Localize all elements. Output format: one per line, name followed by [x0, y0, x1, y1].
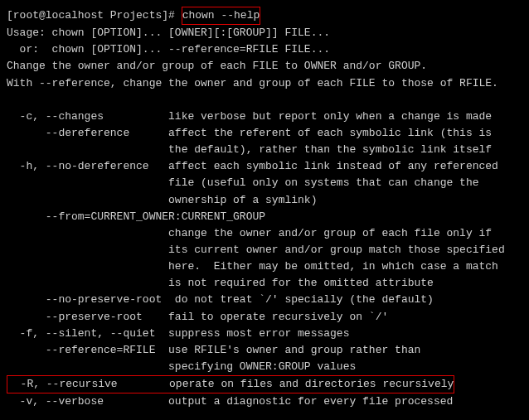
- option-dereference-1: --dereference affect the referent of eac…: [7, 125, 522, 142]
- option-silent: -f, --silent, --quiet suppress most erro…: [7, 326, 522, 342]
- option-no-dereference-1: -h, --no-dereference affect each symboli…: [7, 158, 522, 175]
- option-dereference-2: the default), rather than the symbolic l…: [7, 142, 522, 158]
- usage-line-2: or: chown [OPTION]... --reference=RFILE …: [7, 41, 522, 58]
- command-input[interactable]: chown --help: [182, 7, 261, 25]
- option-reference-2: specifying OWNER:GROUP values: [7, 359, 522, 375]
- option-recursive-line: -R, --recursive operate on files and dir…: [7, 375, 522, 393]
- option-no-dereference-2: file (useful only on systems that can ch…: [7, 175, 522, 191]
- description-line-1: Change the owner and/or group of each FI…: [7, 58, 522, 75]
- option-from-1: change the owner and/or group of each fi…: [7, 225, 522, 242]
- option-changes: -c, --changes like verbose but report on…: [7, 109, 522, 125]
- shell-prompt: [root@localhost Projects]#: [7, 9, 182, 22]
- option-from-4: is not required for the omitted attribut…: [7, 275, 522, 292]
- description-line-2: With --reference, change the owner and g…: [7, 75, 522, 92]
- option-no-preserve-root: --no-preserve-root do not treat `/' spec…: [7, 292, 522, 308]
- option-from-2: its current owner and/or group match tho…: [7, 242, 522, 258]
- option-preserve-root: --preserve-root fail to operate recursiv…: [7, 309, 522, 326]
- option-recursive: -R, --recursive operate on files and dir…: [7, 375, 454, 393]
- usage-line-1: Usage: chown [OPTION]... [OWNER][:[GROUP…: [7, 25, 522, 41]
- option-from-0: --from=CURRENT_OWNER:CURRENT_GROUP: [7, 209, 522, 225]
- option-reference-1: --reference=RFILE use RFILE's owner and …: [7, 342, 522, 359]
- option-from-3: here. Either may be omitted, in which ca…: [7, 258, 522, 275]
- option-verbose: -v, --verbose output a diagnostic for ev…: [7, 393, 522, 410]
- blank-line: [7, 92, 522, 109]
- option-no-dereference-3: ownership of a symlink): [7, 192, 522, 209]
- prompt-line: [root@localhost Projects]# chown --help: [7, 7, 522, 25]
